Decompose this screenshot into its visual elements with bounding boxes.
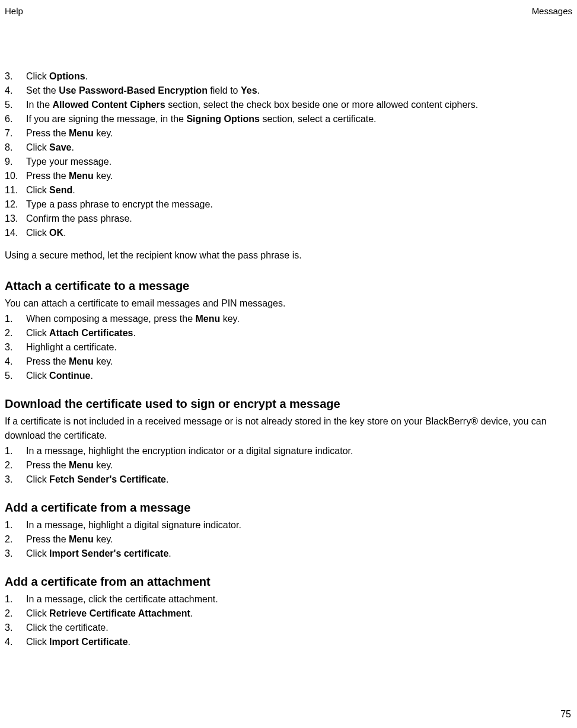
- list-item: 6.If you are signing the message, in the…: [5, 112, 572, 126]
- bold-text: Allowed Content Ciphers: [52, 100, 165, 110]
- step-text: Type a pass phrase to encrypt the messag…: [26, 197, 213, 212]
- step-text: Click Import Certificate.: [26, 635, 130, 649]
- bold-text: Menu: [69, 356, 94, 366]
- section-attach-certificate: Attach a certificate to a message You ca…: [5, 279, 572, 383]
- step-number: 4.: [5, 84, 26, 98]
- page-header: Help Messages: [5, 6, 572, 16]
- section-download-certificate: Download the certificate used to sign or…: [5, 397, 572, 487]
- step-text: Click OK.: [26, 226, 66, 240]
- list-item: 2.Press the Menu key.: [5, 458, 572, 472]
- plain-text: Press the: [26, 356, 69, 366]
- step-number: 1.: [5, 518, 26, 532]
- plain-text: In a message, click the certificate atta…: [26, 594, 218, 604]
- step-text: In a message, highlight the encryption i…: [26, 444, 353, 458]
- plain-text: Set the: [26, 85, 59, 95]
- step-number: 3.: [5, 621, 26, 635]
- list-item: 4.Set the Use Password-Based Encryption …: [5, 84, 572, 98]
- step-number: 2.: [5, 606, 26, 621]
- steps-list-5: 1.In a message, click the certificate at…: [5, 592, 572, 649]
- step-text: Confirm the pass phrase.: [26, 212, 132, 226]
- list-item: 8.Click Save.: [5, 141, 572, 155]
- step-text: Type your message.: [26, 155, 111, 169]
- plain-text: key.: [94, 460, 113, 470]
- steps-list-1: 3.Click Options.4.Set the Use Password-B…: [5, 69, 572, 240]
- list-item: 2.Press the Menu key.: [5, 532, 572, 547]
- list-item: 3.Click Options.: [5, 69, 572, 84]
- bold-text: OK: [49, 228, 63, 238]
- plain-text: Press the: [26, 171, 69, 181]
- plain-text: section, select a certificate.: [260, 114, 377, 124]
- plain-text: .: [190, 608, 193, 618]
- list-item: 2.Click Retrieve Certificate Attachment.: [5, 606, 572, 621]
- plain-text: key.: [94, 356, 113, 366]
- step-number: 3.: [5, 340, 26, 355]
- plain-text: .: [133, 328, 135, 338]
- plain-text: Highlight a certificate.: [26, 342, 117, 352]
- plain-text: Click: [26, 637, 49, 647]
- step-number: 1.: [5, 592, 26, 606]
- plain-text: .: [257, 85, 260, 95]
- bold-text: Import Sender's certificate: [49, 548, 168, 558]
- plain-text: Click: [26, 185, 49, 195]
- bold-text: Send: [49, 185, 72, 195]
- plain-text: Click: [26, 548, 49, 558]
- step-number: 2.: [5, 532, 26, 547]
- page-content: 3.Click Options.4.Set the Use Password-B…: [5, 69, 572, 649]
- step-number: 3.: [5, 69, 26, 84]
- bold-text: Menu: [69, 171, 94, 181]
- plain-text: Confirm the pass phrase.: [26, 213, 132, 223]
- list-item: 13.Confirm the pass phrase.: [5, 212, 572, 226]
- step-number: 4.: [5, 635, 26, 649]
- list-item: 3.Click Fetch Sender's Certificate.: [5, 472, 572, 487]
- plain-text: key.: [94, 171, 113, 181]
- plain-text: Click: [26, 142, 49, 152]
- plain-text: Press the: [26, 460, 69, 470]
- list-item: 10.Press the Menu key.: [5, 169, 572, 183]
- steps-list-4: 1.In a message, highlight a digital sign…: [5, 518, 572, 561]
- step-number: 10.: [5, 169, 26, 183]
- plain-text: If you are signing the message, in the: [26, 114, 186, 124]
- plain-text: .: [85, 71, 88, 81]
- step-number: 1.: [5, 444, 26, 458]
- step-number: 7.: [5, 126, 26, 141]
- steps-list-3: 1.In a message, highlight the encryption…: [5, 444, 572, 487]
- step-text: Press the Menu key.: [26, 458, 113, 472]
- header-right: Messages: [532, 6, 572, 16]
- list-item: 9.Type your message.: [5, 155, 572, 169]
- step-number: 8.: [5, 141, 26, 155]
- step-text: Click Retrieve Certificate Attachment.: [26, 606, 193, 621]
- list-item: 14.Click OK.: [5, 226, 572, 240]
- bold-text: Fetch Sender's Certificate: [49, 474, 166, 484]
- bold-text: Attach Certificates: [49, 328, 133, 338]
- step-text: Click Continue.: [26, 369, 93, 383]
- page-number: 75: [560, 709, 571, 720]
- list-item: 5.Click Continue.: [5, 369, 572, 383]
- plain-text: In a message, highlight a digital signat…: [26, 520, 241, 530]
- plain-text: .: [63, 228, 66, 238]
- closing-paragraph: Using a secure method, let the recipient…: [5, 248, 572, 263]
- list-item: 3.Click Import Sender's certificate.: [5, 547, 572, 561]
- bold-text: Signing Options: [186, 114, 260, 124]
- bold-text: Menu: [69, 460, 94, 470]
- plain-text: key.: [220, 314, 240, 324]
- desc-attach-certificate: You can attach a certificate to email me…: [5, 296, 572, 311]
- plain-text: Click: [26, 71, 49, 81]
- list-item: 4.Click Import Certificate.: [5, 635, 572, 649]
- desc-download-certificate: If a certificate is not included in a re…: [5, 414, 572, 443]
- bold-text: Menu: [69, 128, 94, 138]
- step-text: Set the Use Password-Based Encryption fi…: [26, 84, 260, 98]
- plain-text: Type your message.: [26, 157, 111, 167]
- plain-text: Click: [26, 608, 49, 618]
- list-item: 1.In a message, highlight the encryption…: [5, 444, 572, 458]
- step-text: Click Import Sender's certificate.: [26, 547, 171, 561]
- plain-text: Click: [26, 371, 49, 381]
- list-item: 1.In a message, highlight a digital sign…: [5, 518, 572, 532]
- list-item: 2.Click Attach Certificates.: [5, 326, 572, 340]
- bold-text: Use Password-Based Encryption: [59, 85, 208, 95]
- heading-download-certificate: Download the certificate used to sign or…: [5, 397, 572, 411]
- plain-text: Press the: [26, 534, 69, 544]
- step-text: In a message, highlight a digital signat…: [26, 518, 241, 532]
- plain-text: Click: [26, 328, 49, 338]
- step-text: Press the Menu key.: [26, 532, 113, 547]
- step-text: Click the certificate.: [26, 621, 109, 635]
